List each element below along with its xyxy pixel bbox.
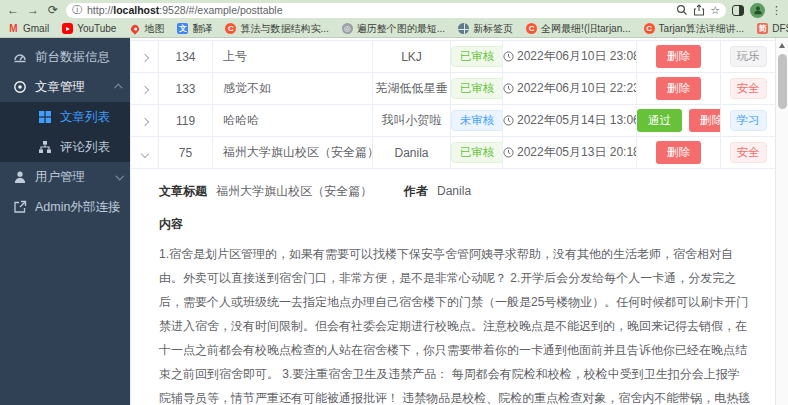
display-time: 2022年05月13日 20:18:53 — [517, 144, 637, 161]
sidebar: 前台数据信息 文章管理 文章列表 评论列表 用户管理 — [0, 38, 130, 405]
csdn-icon: C — [526, 23, 537, 34]
comment-list-icon — [38, 140, 52, 154]
back-icon[interactable]: ← — [6, 4, 20, 16]
user-icon — [13, 170, 27, 184]
article-table: 134 上号 LKJ 已审核 2022年06月10日 23:08:52 删除 玩… — [130, 40, 775, 405]
delete-button[interactable]: 删除 — [656, 45, 701, 69]
bookmark-jianshu[interactable]: 简DFS(深度)算法 - 简... — [757, 22, 788, 36]
article-author: 我叫小贺啦 — [373, 105, 451, 137]
article-id: 119 — [159, 105, 213, 137]
status-badge: 已审核 — [451, 78, 503, 100]
youtube-icon — [62, 23, 73, 34]
detail-head: 文章标题 福州大学旗山校区（安全篇） 作者 Danila — [159, 183, 751, 200]
table-row: 134 上号 LKJ 已审核 2022年06月10日 23:08:52 删除 玩… — [131, 41, 776, 73]
approve-button[interactable]: 通过 — [637, 109, 682, 133]
side-panel-icon[interactable] — [732, 5, 744, 16]
clock-icon — [503, 51, 514, 62]
sidebar-item-article-manage[interactable]: 文章管理 — [0, 72, 130, 102]
zoom-icon[interactable] — [676, 4, 688, 16]
article-id: 133 — [159, 73, 213, 105]
sidebar-item-article-list[interactable]: 文章列表 — [0, 102, 130, 132]
article-list-icon — [38, 110, 52, 124]
delete-button[interactable]: 删除 — [656, 77, 701, 101]
table-row: 119 哈哈哈 我叫小贺啦 未审核 2022年05月14日 13:06:36 通… — [131, 105, 776, 137]
bookmark-newtab[interactable]: 新标签页 — [458, 22, 513, 36]
csdn-icon: C — [644, 23, 655, 34]
collapse-chevron-icon[interactable] — [140, 149, 148, 157]
sidebar-item-comment-list[interactable]: 评论列表 — [0, 132, 130, 162]
article-id: 75 — [159, 137, 213, 169]
sidebar-submenu: 文章列表 评论列表 — [0, 102, 130, 162]
browser-chrome: ← → ⟳ ⓘ http://localhost:9528/#/example/… — [0, 0, 788, 38]
scroll-thumb[interactable] — [778, 54, 787, 109]
delete-button[interactable]: 删除 — [689, 109, 721, 133]
expand-chevron-icon[interactable] — [140, 53, 148, 61]
bookmark-translate[interactable]: 文翻译 — [177, 22, 212, 36]
url-text[interactable]: http://localhost:9528/#/example/posttabl… — [87, 4, 671, 16]
detail-content-label: 内容 — [159, 216, 751, 233]
type-tag: 安全 — [730, 78, 767, 100]
page-info-icon[interactable]: ⓘ — [72, 5, 82, 15]
clock-icon — [503, 83, 514, 94]
browser-window: ← → ⟳ ⓘ http://localhost:9528/#/example/… — [0, 0, 788, 405]
vertical-scrollbar[interactable] — [775, 38, 788, 405]
url-bar[interactable]: ⓘ http://localhost:9528/#/example/postta… — [66, 3, 726, 18]
article-manage-icon — [13, 80, 27, 94]
detail-title-value: 福州大学旗山校区（安全篇） — [216, 184, 372, 198]
article-title: 上号 — [213, 41, 373, 73]
article-id: 134 — [159, 41, 213, 73]
sidebar-item-admin-external[interactable]: Admin外部连接 — [0, 192, 130, 222]
type-tag: 学习 — [730, 110, 767, 132]
browser-toolbar: ← → ⟳ ⓘ http://localhost:9528/#/example/… — [0, 0, 788, 20]
bookmark-star-icon[interactable]: ☆ — [710, 5, 720, 16]
bookmark-csdn-1[interactable]: C算法与数据结构实... — [225, 22, 328, 36]
url-path: :9528/#/example/posttable — [159, 4, 282, 16]
expand-chevron-icon[interactable] — [140, 117, 148, 125]
article-title: 哈哈哈 — [213, 105, 373, 137]
forward-icon[interactable]: → — [26, 4, 40, 16]
bookmark-csdn-2[interactable]: C全网最细!(旧tarjan... — [526, 22, 630, 36]
gmail-icon: M — [8, 23, 19, 34]
external-link-icon — [13, 200, 27, 214]
globe-icon — [458, 23, 469, 34]
table-row: 75 福州大学旗山校区（安全篇） Danila 已审核 2022年05月13日 … — [131, 137, 776, 169]
detail-author-value: Danila — [437, 184, 471, 198]
jianshu-icon: 简 — [757, 23, 768, 34]
expanded-detail-row: 文章标题 福州大学旗山校区（安全篇） 作者 Danila 内容 1.宿舍是划片区… — [131, 169, 776, 405]
article-author: LKJ — [373, 41, 451, 73]
chevron-down-icon — [115, 172, 123, 180]
display-time: 2022年06月10日 23:08:52 — [517, 48, 637, 65]
dashboard-icon — [13, 50, 27, 64]
type-tag: 玩乐 — [730, 46, 767, 68]
detail-author-label: 作者 — [404, 184, 428, 198]
display-time: 2022年06月10日 22:23:57 — [517, 80, 637, 97]
status-badge: 已审核 — [451, 46, 503, 68]
sidebar-item-dashboard[interactable]: 前台数据信息 — [0, 42, 130, 72]
display-time: 2022年05月14日 13:06:36 — [517, 112, 637, 129]
bookmark-csdn-3[interactable]: CTarjan算法详细讲... — [644, 22, 745, 36]
browser-menu-icon[interactable]: ⋮ — [771, 4, 782, 17]
detail-content-text: 1.宿舍是划片区管理的，如果有需要可以找楼下保安亭舍管阿姨寻求帮助，没有其他的生… — [159, 242, 751, 405]
person-icon — [753, 5, 763, 15]
share-icon[interactable] — [693, 4, 705, 16]
reload-icon[interactable]: ⟳ — [46, 4, 60, 16]
profile-avatar[interactable] — [750, 3, 765, 18]
bookmark-blog-1[interactable]: ◎遍历整个图的最短... — [342, 22, 445, 36]
bookmark-youtube[interactable]: YouTube — [62, 23, 116, 34]
article-table-panel: 134 上号 LKJ 已审核 2022年06月10日 23:08:52 删除 玩… — [130, 38, 775, 405]
map-pin-icon — [129, 23, 140, 34]
generic-site-icon: ◎ — [342, 23, 353, 34]
article-author: 芜湖低低星垂 — [373, 73, 451, 105]
csdn-icon: C — [225, 23, 236, 34]
article-title: 福州大学旗山校区（安全篇） — [213, 137, 373, 169]
bookmarks-bar: MGmail YouTube 地图 文翻译 C算法与数据结构实... ◎遍历整个… — [0, 20, 788, 37]
sidebar-item-user-manage[interactable]: 用户管理 — [0, 162, 130, 192]
expand-chevron-icon[interactable] — [140, 85, 148, 93]
scroll-up-arrow[interactable] — [779, 43, 785, 48]
article-author: Danila — [373, 137, 451, 169]
delete-button[interactable]: 删除 — [656, 141, 701, 165]
bookmark-gmail[interactable]: MGmail — [8, 23, 49, 34]
chevron-up-icon — [114, 83, 122, 91]
bookmark-maps[interactable]: 地图 — [129, 22, 164, 36]
url-scheme: http:// — [87, 4, 113, 16]
